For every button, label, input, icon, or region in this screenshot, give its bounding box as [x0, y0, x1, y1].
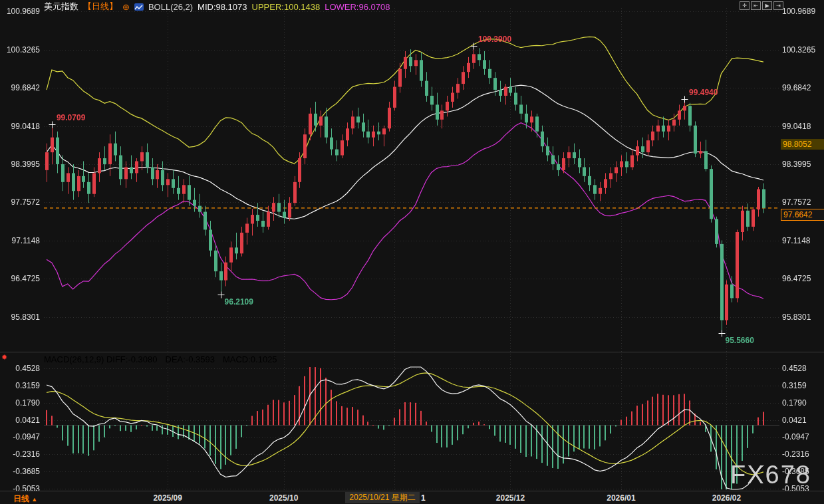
price-axis-label: 97.7572: [1, 197, 40, 207]
price-axis-label: 98.3995: [1, 160, 40, 169]
boll-mid-value: MID:98.1073: [198, 2, 247, 12]
boll-lower-value: LOWER:96.0708: [325, 2, 390, 12]
macd-axis-label: 0.1790: [1, 398, 40, 408]
macd-axis-label: 0.3159: [1, 381, 40, 390]
boll-upper-value: UPPER:100.1438: [252, 2, 321, 12]
chart-style-icon[interactable]: [134, 3, 144, 11]
price-axis-label: 100.3265: [782, 45, 822, 55]
price-extreme-annotation: 95.5660: [726, 336, 754, 345]
macd-axis-label: 0.4528: [1, 364, 40, 373]
time-axis-tick: 2026/02: [696, 493, 756, 503]
price-axis-label: 99.0418: [1, 122, 40, 131]
time-axis-tick: 2025/12: [480, 493, 540, 503]
crosshair-price-marker: 98.8052: [781, 139, 824, 150]
scale-left-icon[interactable]: ⇤: [751, 1, 761, 10]
macd-axis-label: 0.3159: [782, 381, 822, 390]
macd-axis-label: -0.0947: [782, 432, 822, 441]
price-axis-label: 98.3995: [782, 160, 822, 169]
price-axis-label: 99.6842: [1, 83, 40, 92]
price-axis-label: 100.9689: [782, 7, 822, 16]
price-axis-label: 100.9689: [1, 7, 40, 16]
add-indicator-icon[interactable]: ⊕: [122, 2, 130, 12]
macd-value: MACD:0.1025: [223, 354, 277, 364]
shift-right-icon[interactable]: ⇥: [773, 1, 783, 10]
chart-header: 美元指数 【日线】 ⊕ BOLL(26,2) MID:98.1073 UPPER…: [44, 1, 390, 13]
last-price-marker: 97.6642: [781, 209, 824, 221]
price-axis-label: 100.3265: [1, 45, 40, 55]
price-axis-label: 97.1148: [782, 236, 822, 245]
period-label: 日线: [13, 494, 29, 503]
chevron-up-icon: ▲: [31, 496, 37, 503]
indicator-alert-icon[interactable]: ✹: [1, 353, 7, 362]
chart-window: 美元指数 【日线】 ⊕ BOLL(26,2) MID:98.1073 UPPER…: [0, 0, 824, 504]
macd-axis-label: -0.3685: [1, 467, 40, 476]
macd-axis-label: 0.1790: [782, 398, 822, 408]
symbol-title: 美元指数: [44, 1, 78, 13]
time-axis-tick: 2025/09: [138, 493, 198, 503]
macd-header: MACD(26,12,9) DIFF:-0.3080 DEA:-0.3593 M…: [44, 354, 277, 364]
price-axis-label: 95.8301: [782, 313, 822, 322]
macd-diff-value: MACD(26,12,9) DIFF:-0.3080: [44, 354, 158, 364]
period-selector[interactable]: 日线 ▲: [13, 493, 37, 504]
macd-dea-value: DEA:-0.3593: [166, 354, 215, 364]
macd-axis-label: 0.4528: [782, 364, 822, 373]
price-axis-label: 99.0418: [782, 122, 822, 131]
period-tag: 【日线】: [83, 1, 118, 13]
price-axis-label: 96.4725: [1, 274, 40, 283]
crosshair-pan-icon[interactable]: ✛: [740, 1, 750, 10]
macd-axis-label: -0.0947: [1, 432, 40, 441]
macd-axis-label: -0.2316: [1, 449, 40, 459]
price-extreme-annotation: 99.4940: [689, 88, 718, 97]
time-axis-tick: 2026/01: [591, 493, 651, 503]
price-extreme-annotation: 96.2109: [225, 297, 253, 307]
chart-toolbar: ✛ ⇤ ▶ ⇥: [740, 1, 783, 10]
price-axis-label: 97.7572: [782, 197, 822, 207]
chart-canvas[interactable]: [0, 0, 824, 504]
auto-scroll-icon[interactable]: ▶: [762, 1, 772, 10]
price-axis-label: 97.1148: [1, 236, 40, 245]
time-axis-tick: 2025/10: [254, 493, 314, 503]
watermark: FX678: [730, 461, 811, 489]
price-axis-label: 96.4725: [782, 274, 822, 283]
macd-axis-label: -0.2316: [782, 449, 822, 459]
price-extreme-annotation: 99.0709: [57, 113, 85, 122]
macd-axis-label: 0.0421: [782, 416, 822, 425]
crosshair-date-marker: 2025/10/21 星期二: [345, 492, 420, 503]
price-axis-label: 95.8301: [1, 313, 40, 322]
price-extreme-annotation: 100.3900: [478, 35, 511, 44]
macd-axis-label: 0.0421: [1, 416, 40, 425]
time-axis-bar: 日线 ▲ 2025/092025/102025/112025/122026/01…: [0, 491, 824, 504]
price-axis-label: 99.6842: [782, 83, 822, 92]
boll-indicator-label: BOLL(26,2): [148, 2, 193, 12]
covered-tick-remnant: 1: [421, 493, 426, 503]
